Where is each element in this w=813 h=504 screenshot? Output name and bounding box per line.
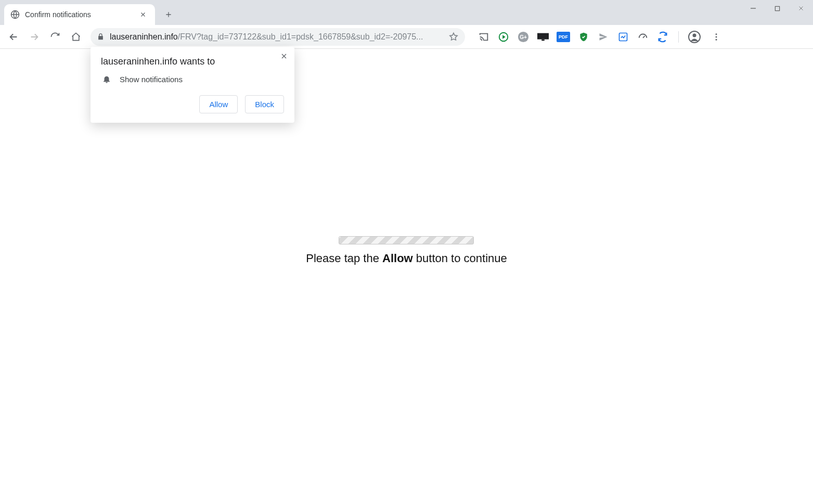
prompt-bold: Allow (382, 252, 413, 265)
back-button[interactable] (4, 28, 23, 46)
extension-row: G+ PDF (478, 31, 725, 43)
prompt-suffix: button to continue (413, 252, 507, 265)
svg-point-13 (716, 38, 717, 40)
extension-cast-icon[interactable] (478, 31, 490, 43)
permission-actions: Allow Block (101, 95, 284, 113)
lock-icon (97, 33, 105, 41)
toolbar-divider (678, 31, 679, 43)
prompt-text: Please tap the Allow button to continue (306, 252, 507, 265)
pdf-icon-label: PDF (559, 34, 568, 40)
bookmark-star-icon[interactable] (448, 32, 459, 42)
svg-rect-7 (541, 39, 545, 41)
loader-wrap: Please tap the Allow button to continue (306, 236, 507, 265)
extension-sync-icon[interactable] (656, 31, 669, 43)
chrome-menu-icon[interactable] (708, 32, 725, 42)
extension-pdf-icon[interactable]: PDF (557, 32, 570, 42)
globe-icon (10, 10, 20, 19)
notification-permission-popup: lauseraninhen.info wants to Show notific… (91, 47, 294, 123)
prompt-prefix: Please tap the (306, 252, 382, 265)
extension-monitor-icon[interactable] (537, 31, 549, 43)
svg-point-11 (716, 33, 717, 35)
browser-tab[interactable]: Confirm notifications (4, 4, 155, 25)
url-path: /FRV?tag_id=737122&sub_id1=pdsk_1667859&… (178, 32, 423, 41)
extension-play-icon[interactable] (497, 31, 510, 43)
progress-loader (339, 236, 474, 244)
extension-shield-icon[interactable] (577, 31, 590, 43)
omnibox[interactable]: lauseraninhen.info/FRV?tag_id=737122&sub… (91, 28, 465, 46)
extension-speed-icon[interactable] (637, 31, 649, 43)
titlebar: Confirm notifications (0, 0, 813, 25)
close-tab-icon[interactable] (137, 9, 149, 20)
extension-send-icon[interactable] (597, 31, 610, 43)
profile-avatar-icon[interactable] (688, 31, 701, 43)
forward-button[interactable] (25, 28, 44, 46)
permission-row: Show notifications (102, 74, 284, 84)
window-maximize-button[interactable] (765, 0, 789, 17)
block-button[interactable]: Block (245, 95, 284, 113)
svg-rect-2 (775, 6, 779, 10)
svg-point-12 (716, 36, 717, 37)
url-text: lauseraninhen.info/FRV?tag_id=737122&sub… (110, 32, 443, 42)
svg-text:G+: G+ (520, 34, 527, 40)
home-button[interactable] (67, 28, 85, 46)
extension-gplus-icon[interactable]: G+ (517, 31, 530, 43)
window-close-button[interactable] (789, 0, 813, 17)
reload-button[interactable] (46, 28, 64, 46)
tab-title: Confirm notifications (25, 10, 132, 19)
window-controls (741, 0, 813, 17)
extension-chart-icon[interactable] (617, 31, 629, 43)
permission-popup-title: lauseraninhen.info wants to (101, 56, 284, 67)
bell-icon (102, 74, 111, 84)
allow-button[interactable]: Allow (199, 95, 238, 113)
close-icon[interactable] (280, 52, 288, 62)
window-minimize-button[interactable] (741, 0, 765, 17)
toolbar: lauseraninhen.info/FRV?tag_id=737122&sub… (0, 25, 813, 49)
svg-rect-6 (537, 33, 549, 39)
new-tab-button[interactable] (160, 6, 177, 23)
url-host: lauseraninhen.info (110, 32, 178, 41)
svg-point-10 (693, 33, 696, 37)
permission-label: Show notifications (120, 75, 183, 84)
